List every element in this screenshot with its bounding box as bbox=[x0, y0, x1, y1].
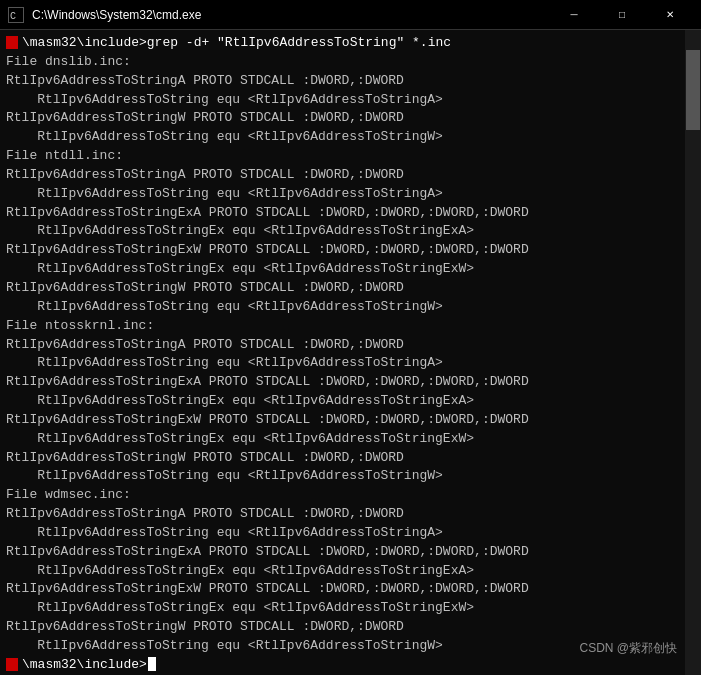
terminal-line: RtlIpv6AddressToStringW PROTO STDCALL :D… bbox=[6, 449, 679, 468]
svg-text:C: C bbox=[10, 11, 16, 22]
terminal-line: RtlIpv6AddressToStringEx equ <RtlIpv6Add… bbox=[6, 599, 679, 618]
terminal-line: RtlIpv6AddressToStringExW PROTO STDCALL … bbox=[6, 241, 679, 260]
terminal-line: RtlIpv6AddressToStringW PROTO STDCALL :D… bbox=[6, 279, 679, 298]
terminal-line: RtlIpv6AddressToString equ <RtlIpv6Addre… bbox=[6, 91, 679, 110]
window-controls: ─ □ ✕ bbox=[551, 0, 693, 30]
terminal-line: RtlIpv6AddressToStringEx equ <RtlIpv6Add… bbox=[6, 260, 679, 279]
terminal-line: RtlIpv6AddressToStringEx equ <RtlIpv6Add… bbox=[6, 222, 679, 241]
terminal-line: File ntdll.inc: bbox=[6, 147, 679, 166]
terminal-line: RtlIpv6AddressToStringEx equ <RtlIpv6Add… bbox=[6, 392, 679, 411]
terminal-line: RtlIpv6AddressToString equ <RtlIpv6Addre… bbox=[6, 185, 679, 204]
minimize-button[interactable]: ─ bbox=[551, 0, 597, 30]
terminal-line: RtlIpv6AddressToStringA PROTO STDCALL :D… bbox=[6, 336, 679, 355]
title-bar: C C:\Windows\System32\cmd.exe ─ □ ✕ bbox=[0, 0, 701, 30]
terminal-line: RtlIpv6AddressToStringW PROTO STDCALL :D… bbox=[6, 618, 679, 637]
window-title: C:\Windows\System32\cmd.exe bbox=[32, 8, 201, 22]
terminal-line: RtlIpv6AddressToStringA PROTO STDCALL :D… bbox=[6, 505, 679, 524]
terminal-line: RtlIpv6AddressToStringExW PROTO STDCALL … bbox=[6, 411, 679, 430]
maximize-button[interactable]: □ bbox=[599, 0, 645, 30]
terminal-line: RtlIpv6AddressToString equ <RtlIpv6Addre… bbox=[6, 354, 679, 373]
terminal-line: RtlIpv6AddressToStringExA PROTO STDCALL … bbox=[6, 373, 679, 392]
title-bar-left: C C:\Windows\System32\cmd.exe bbox=[8, 7, 201, 23]
terminal-line: RtlIpv6AddressToStringEx equ <RtlIpv6Add… bbox=[6, 430, 679, 449]
scrollbar-thumb[interactable] bbox=[686, 50, 700, 130]
close-button[interactable]: ✕ bbox=[647, 0, 693, 30]
terminal-line: RtlIpv6AddressToString equ <RtlIpv6Addre… bbox=[6, 467, 679, 486]
terminal-line: RtlIpv6AddressToString equ <RtlIpv6Addre… bbox=[6, 637, 679, 656]
terminal-line: RtlIpv6AddressToStringEx equ <RtlIpv6Add… bbox=[6, 562, 679, 581]
terminal-line: File dnslib.inc: bbox=[6, 53, 679, 72]
terminal-line: RtlIpv6AddressToStringExW PROTO STDCALL … bbox=[6, 580, 679, 599]
terminal-line: RtlIpv6AddressToString equ <RtlIpv6Addre… bbox=[6, 128, 679, 147]
terminal-line: RtlIpv6AddressToStringExA PROTO STDCALL … bbox=[6, 204, 679, 223]
terminal-line: \masm32\include> bbox=[6, 656, 679, 675]
terminal-line: RtlIpv6AddressToStringExA PROTO STDCALL … bbox=[6, 543, 679, 562]
terminal-line: RtlIpv6AddressToString equ <RtlIpv6Addre… bbox=[6, 524, 679, 543]
cmd-icon: C bbox=[8, 7, 24, 23]
terminal-line: File wdmsec.inc: bbox=[6, 486, 679, 505]
terminal-line: RtlIpv6AddressToStringA PROTO STDCALL :D… bbox=[6, 72, 679, 91]
terminal-content: \masm32\include>grep -d+ "RtlIpv6Address… bbox=[0, 30, 685, 675]
watermark: CSDN @紫邪创快 bbox=[579, 640, 677, 657]
scrollbar[interactable] bbox=[685, 30, 701, 675]
terminal-line: RtlIpv6AddressToStringA PROTO STDCALL :D… bbox=[6, 166, 679, 185]
terminal-line: RtlIpv6AddressToStringW PROTO STDCALL :D… bbox=[6, 109, 679, 128]
terminal-line: \masm32\include>grep -d+ "RtlIpv6Address… bbox=[6, 34, 679, 53]
terminal-line: RtlIpv6AddressToString equ <RtlIpv6Addre… bbox=[6, 298, 679, 317]
terminal-line: File ntosskrnl.inc: bbox=[6, 317, 679, 336]
terminal-window[interactable]: \masm32\include>grep -d+ "RtlIpv6Address… bbox=[0, 30, 701, 675]
